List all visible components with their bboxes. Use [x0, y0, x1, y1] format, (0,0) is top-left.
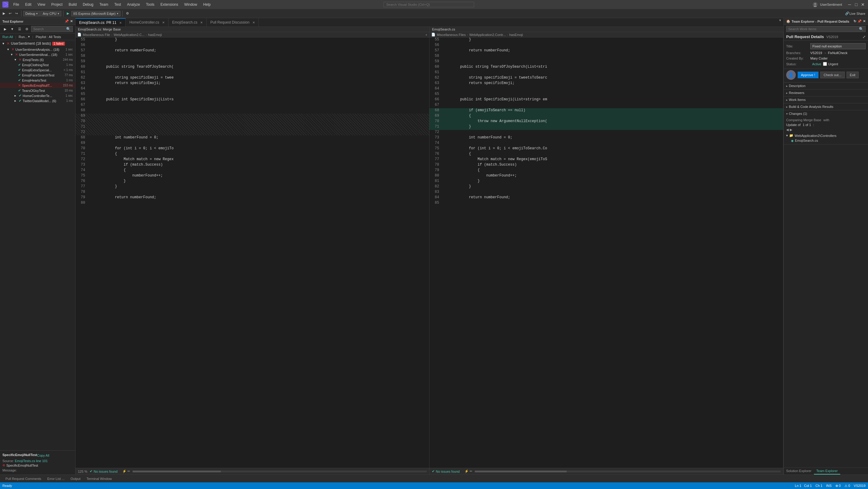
- solution-explorer-tab[interactable]: Solution Explorer: [784, 468, 814, 474]
- pin-icon[interactable]: 📌: [65, 19, 69, 23]
- pr-comments-tab[interactable]: Pull Request Comments: [2, 476, 44, 482]
- test-item-tearsofjoy[interactable]: ✔ TearsOfJoyTest 10 ms: [0, 88, 75, 93]
- test-item-extraspecial[interactable]: ✔ EmojiExtraSpecial... < 1 ms: [0, 67, 75, 73]
- title-search-input[interactable]: [383, 2, 474, 7]
- menu-edit[interactable]: Edit: [23, 2, 34, 7]
- work-items-search[interactable]: 🔍: [786, 26, 866, 32]
- team-explorer-tab[interactable]: Team Explorer: [814, 468, 840, 474]
- editor-add-btn[interactable]: +: [426, 33, 427, 36]
- right-filetype[interactable]: Miscellaneous Files: [437, 33, 466, 36]
- reviewers-header[interactable]: ▸ Reviewers: [784, 89, 868, 96]
- changes-header[interactable]: ▾ Changes (1): [784, 110, 868, 117]
- test-group-2[interactable]: ✕ UserSentimentAnal... (18) 1 sec: [0, 52, 75, 57]
- left-code-area[interactable]: 55 }5657 return numberFound;585960 publi…: [75, 37, 429, 468]
- build-header[interactable]: ▸ Build & Code Analysis Results: [784, 103, 868, 110]
- menu-debug[interactable]: Debug: [80, 2, 96, 7]
- debug-config-dropdown[interactable]: Debug: [23, 11, 40, 16]
- run-dropdown[interactable]: Run... ▾: [19, 35, 30, 39]
- menu-file[interactable]: File: [11, 2, 22, 7]
- prev-change-btn[interactable]: ◀: [786, 128, 788, 132]
- run-btn[interactable]: ▶: [1, 10, 7, 16]
- refresh-icon[interactable]: ↻: [854, 19, 856, 23]
- error-list-tab[interactable]: Error List ...: [44, 476, 68, 482]
- start-btn[interactable]: ▶: [65, 10, 71, 16]
- more-tools-btn[interactable]: ⚙: [124, 10, 130, 16]
- maximize-btn[interactable]: □: [854, 2, 859, 7]
- test-item-facesearch[interactable]: ✔ EmojiFaceSearchTest 77 ms: [0, 73, 75, 78]
- left-scroll-track[interactable]: [132, 470, 427, 472]
- ins-status[interactable]: INS: [826, 484, 832, 488]
- test-homecontroller[interactable]: ✔ HomeControllerTe... 1 sec: [0, 93, 75, 98]
- right-symbol[interactable]: hasEmoji: [509, 33, 523, 36]
- tab-emojisearch[interactable]: EmojiSearch.cs ✕: [168, 18, 207, 27]
- work-items-search-input[interactable]: [788, 27, 859, 31]
- description-header[interactable]: ▸ Description: [784, 83, 868, 89]
- error-count[interactable]: ⊗ 0: [835, 484, 841, 488]
- test-group-1[interactable]: ✕ UserSentimentAnalysis... (18) 1 sec: [0, 47, 75, 52]
- tab-homecontroller[interactable]: HomeController.cs ✕: [126, 18, 168, 27]
- tab-overflow-btn[interactable]: ▾: [777, 18, 783, 27]
- test-search-input[interactable]: [33, 27, 66, 31]
- exit-btn[interactable]: Exit: [846, 71, 859, 78]
- tab-close-btn[interactable]: ✕: [162, 21, 164, 24]
- right-scroll-track[interactable]: [475, 470, 781, 472]
- left-symbol[interactable]: hasEmoji: [148, 33, 162, 36]
- test-item-hearts[interactable]: ✔ EmojiHeartsTest 1 ms: [0, 78, 75, 83]
- menu-test[interactable]: Test: [112, 2, 124, 7]
- test-twitterdata[interactable]: ✔ TwitterDataModel... (6) 1 ms: [0, 98, 75, 103]
- redo-btn[interactable]: ↪: [13, 10, 19, 16]
- changes-file[interactable]: ◉ EmojiSearch.cs: [786, 138, 866, 143]
- test-item-clothing[interactable]: ✔ EmojiClothingTest 1 ms: [0, 62, 75, 67]
- close-panel-icon[interactable]: ✕: [863, 19, 866, 23]
- pr-urgent-check[interactable]: Urgent: [823, 62, 838, 66]
- test-item-nulltest[interactable]: ✕ SpecificEmojiNullT... 153 ms: [0, 83, 75, 88]
- iis-dropdown[interactable]: IIS Express (Microsoft Edge): [71, 11, 121, 16]
- tab-close-btn[interactable]: ✕: [252, 21, 255, 24]
- checkout-btn[interactable]: Check out...: [820, 71, 845, 78]
- right-code-area[interactable]: 55 }5657 return numberFound;585960 publi…: [430, 37, 783, 468]
- tab-close-btn[interactable]: ✕: [119, 21, 122, 25]
- warning-count[interactable]: ⚠ 0: [844, 484, 850, 488]
- cpu-config-dropdown[interactable]: Any CPU: [40, 11, 61, 16]
- tab-emojisearch-pr[interactable]: EmojiSearch.cs: PR 11 ✕: [75, 18, 126, 27]
- menu-analyze[interactable]: Analyze: [125, 2, 143, 7]
- live-share-btn[interactable]: 🔗 Live Share: [843, 10, 867, 16]
- pin-icon[interactable]: 📌: [858, 19, 862, 23]
- vs-version[interactable]: VS2019: [854, 484, 866, 488]
- minimize-btn[interactable]: ─: [847, 2, 852, 7]
- test-settings-btn[interactable]: ⚙: [24, 26, 30, 32]
- undo-btn[interactable]: ↩: [7, 10, 13, 16]
- close-btn[interactable]: ✕: [860, 2, 866, 7]
- tab-prdiscussion[interactable]: Pull Request Discussion ✕: [207, 18, 258, 27]
- run-all-link[interactable]: Run All: [2, 35, 13, 39]
- tab-close-btn[interactable]: ✕: [200, 21, 203, 24]
- test-run-icon-btn[interactable]: ▶: [2, 26, 8, 32]
- ln-col[interactable]: Ln 1 Col 1: [795, 484, 812, 488]
- test-filter-btn[interactable]: ▼: [9, 26, 16, 32]
- menu-extensions[interactable]: Extensions: [158, 2, 181, 7]
- left-project[interactable]: WebApplication2.C...: [114, 33, 145, 36]
- urgent-checkbox[interactable]: [823, 62, 827, 66]
- next-change-btn[interactable]: ▶: [790, 128, 792, 132]
- menu-tools[interactable]: Tools: [144, 2, 157, 7]
- collapse-panel-btn[interactable]: ✕: [70, 19, 73, 23]
- test-search-box[interactable]: 🔍: [31, 26, 73, 32]
- changes-folder[interactable]: ▾ 📁 WebApplication2\Controllers: [786, 133, 866, 138]
- menu-project[interactable]: Project: [49, 2, 65, 7]
- menu-window[interactable]: Window: [182, 2, 199, 7]
- copy-all-btn[interactable]: Copy All: [37, 454, 49, 457]
- approve-btn[interactable]: Approve !: [798, 71, 818, 78]
- source-link[interactable]: EmojiTests.cs line 101: [15, 459, 48, 463]
- emoji-tests-group[interactable]: ✕ EmojiTests (6) 244 ms: [0, 57, 75, 62]
- test-suite-header[interactable]: ✕ UserSentiment (18 tests) 1 failed: [0, 40, 75, 47]
- ch-status[interactable]: Ch 1: [815, 484, 823, 488]
- pr-expand-icon[interactable]: ⤢: [863, 35, 866, 39]
- menu-build[interactable]: Build: [66, 2, 79, 7]
- playlist-label[interactable]: Playlist : All Tests: [36, 35, 61, 39]
- left-filetype[interactable]: Miscellaneous File: [83, 33, 110, 36]
- menu-view[interactable]: View: [35, 2, 48, 7]
- menu-team[interactable]: Team: [97, 2, 111, 7]
- test-group-btn[interactable]: ☰: [17, 26, 23, 32]
- title-search[interactable]: [383, 2, 474, 7]
- right-project[interactable]: WebApplication2.Contr...: [469, 33, 506, 36]
